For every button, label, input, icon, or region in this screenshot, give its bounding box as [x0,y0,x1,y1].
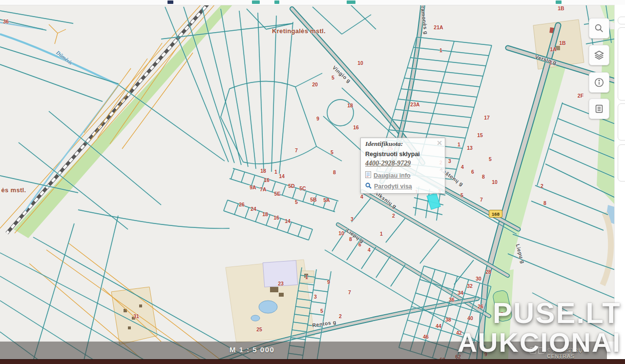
search-button[interactable] [589,18,609,39]
magnifier-icon [365,182,372,191]
close-icon[interactable]: ✕ [437,140,442,146]
info-icon [594,77,604,88]
chrome-fragment [252,0,260,4]
parcel-code-link[interactable]: 4400-2928-9729 [365,160,411,167]
side-panel-item[interactable] [618,27,625,101]
watermark-line2: AUKCIONAI [458,329,621,356]
layers-button[interactable] [589,45,609,65]
side-panel-item[interactable] [618,17,625,24]
more-info-link[interactable]: Daugiau info [374,172,411,179]
legend-button[interactable] [589,99,609,119]
road-number-badge: 168 [489,210,502,218]
chrome-fragment [167,0,173,4]
legend-icon [594,103,604,114]
search-icon [594,23,604,34]
show-all-link[interactable]: Parodyti visą [374,183,412,190]
popup-title: Identifikuota: [361,138,445,148]
popup-subtitle: Registruoti sklypai [365,151,440,158]
map-scale-label: M 1 : 5 000 [229,345,274,354]
chrome-fragment [274,0,279,4]
map-viewer: 3621A1105201823A91625758171513135282F1B1… [0,0,625,364]
side-panel-item[interactable] [618,103,625,141]
chrome-fragment [556,0,562,4]
identify-popup: Identifikuota: ✕ Registruoti sklypai 440… [360,138,445,194]
document-icon [365,171,371,180]
layers-icon [594,50,604,61]
chrome-fragment [347,0,355,4]
watermark-line1: PUSE.LT [493,299,621,328]
browser-chrome-strip [0,0,625,5]
side-panel-item[interactable] [618,144,625,182]
info-button[interactable] [589,72,609,93]
bottom-window-strip [0,359,625,364]
